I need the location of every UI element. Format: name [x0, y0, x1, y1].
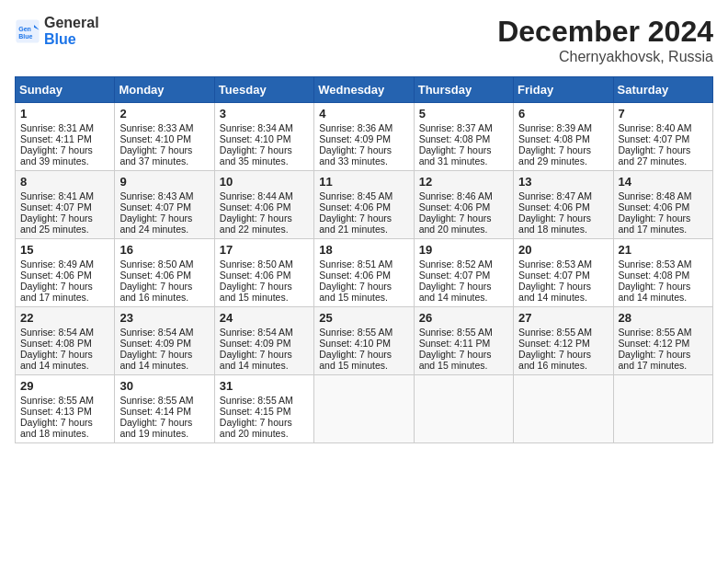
calendar-cell: 26Sunrise: 8:55 AMSunset: 4:11 PMDayligh… — [414, 307, 513, 375]
header-row: SundayMondayTuesdayWednesdayThursdayFrid… — [16, 77, 713, 103]
day-info-line: Daylight: 7 hours — [319, 213, 408, 224]
day-info-line: Sunset: 4:06 PM — [220, 201, 309, 213]
col-header-tuesday: Tuesday — [214, 77, 313, 103]
day-info-line: Sunset: 4:10 PM — [319, 338, 408, 349]
day-info-line: Daylight: 7 hours — [20, 144, 109, 155]
day-info-line: Daylight: 7 hours — [20, 349, 109, 360]
day-number: 22 — [20, 311, 109, 325]
day-info-line: Sunrise: 8:41 AM — [20, 190, 109, 201]
calendar-week-2: 8Sunrise: 8:41 AMSunset: 4:07 PMDaylight… — [16, 171, 713, 239]
day-number: 18 — [319, 243, 408, 257]
day-info-line: Daylight: 7 hours — [20, 213, 109, 224]
calendar-week-5: 29Sunrise: 8:55 AMSunset: 4:13 PMDayligh… — [16, 375, 713, 443]
day-number: 14 — [619, 175, 708, 189]
calendar-week-3: 15Sunrise: 8:49 AMSunset: 4:06 PMDayligh… — [16, 239, 713, 307]
day-info-line: Daylight: 7 hours — [20, 281, 109, 292]
calendar-cell — [314, 375, 414, 443]
calendar-cell: 11Sunrise: 8:45 AMSunset: 4:06 PMDayligh… — [314, 171, 414, 239]
day-info-line: Sunrise: 8:40 AM — [619, 122, 708, 133]
day-info-line: Daylight: 7 hours — [518, 349, 608, 360]
calendar-cell: 15Sunrise: 8:49 AMSunset: 4:06 PMDayligh… — [16, 239, 115, 307]
day-info-line: Sunrise: 8:37 AM — [419, 122, 508, 133]
col-header-wednesday: Wednesday — [314, 77, 414, 103]
day-info-line: Sunrise: 8:55 AM — [518, 327, 608, 338]
day-info-line: Sunrise: 8:53 AM — [518, 259, 608, 270]
calendar-cell: 17Sunrise: 8:50 AMSunset: 4:06 PMDayligh… — [214, 239, 313, 307]
day-info-line: Daylight: 7 hours — [619, 281, 708, 292]
day-number: 16 — [119, 243, 209, 257]
title-area: December 2024 Chernyakhovsk, Russia — [497, 15, 713, 65]
day-info-line: Sunrise: 8:51 AM — [319, 259, 408, 270]
calendar-cell: 6Sunrise: 8:39 AMSunset: 4:08 PMDaylight… — [514, 103, 613, 171]
day-info-line: Sunset: 4:12 PM — [619, 338, 708, 349]
calendar-cell: 2Sunrise: 8:33 AMSunset: 4:10 PMDaylight… — [115, 103, 214, 171]
day-info-line: Sunset: 4:07 PM — [518, 270, 608, 281]
day-info-line: and 14 minutes. — [619, 292, 708, 303]
day-info-line: Sunset: 4:07 PM — [619, 133, 708, 144]
calendar-cell: 22Sunrise: 8:54 AMSunset: 4:08 PMDayligh… — [16, 307, 115, 375]
calendar-cell: 8Sunrise: 8:41 AMSunset: 4:07 PMDaylight… — [16, 171, 115, 239]
day-info-line: Daylight: 7 hours — [619, 144, 708, 155]
calendar-cell: 16Sunrise: 8:50 AMSunset: 4:06 PMDayligh… — [115, 239, 214, 307]
day-info-line: Sunset: 4:08 PM — [419, 133, 508, 144]
day-info-line: Sunrise: 8:54 AM — [20, 327, 109, 338]
day-info-line: Sunset: 4:11 PM — [20, 133, 109, 144]
location-title: Chernyakhovsk, Russia — [497, 49, 713, 65]
day-info-line: and 15 minutes. — [319, 292, 408, 303]
day-info-line: and 24 minutes. — [119, 224, 209, 235]
day-info-line: and 14 minutes. — [20, 360, 109, 371]
day-info-line: and 39 minutes. — [20, 155, 109, 167]
calendar-cell: 13Sunrise: 8:47 AMSunset: 4:06 PMDayligh… — [514, 171, 613, 239]
day-info-line: Sunset: 4:07 PM — [119, 201, 209, 213]
day-info-line: Daylight: 7 hours — [220, 349, 309, 360]
col-header-sunday: Sunday — [16, 77, 115, 103]
day-info-line: and 22 minutes. — [220, 224, 309, 235]
calendar-cell: 7Sunrise: 8:40 AMSunset: 4:07 PMDaylight… — [613, 103, 712, 171]
day-info-line: and 17 minutes. — [20, 292, 109, 303]
col-header-friday: Friday — [514, 77, 613, 103]
day-info-line: Sunset: 4:09 PM — [119, 338, 209, 349]
day-info-line: Daylight: 7 hours — [518, 144, 608, 155]
day-info-line: Daylight: 7 hours — [419, 213, 508, 224]
day-info-line: Daylight: 7 hours — [419, 349, 508, 360]
day-info-line: Sunrise: 8:39 AM — [518, 122, 608, 133]
day-info-line: Sunset: 4:08 PM — [518, 133, 608, 144]
day-info-line: and 14 minutes. — [220, 360, 309, 371]
day-info-line: Sunrise: 8:55 AM — [220, 395, 309, 406]
day-info-line: Sunrise: 8:47 AM — [518, 190, 608, 201]
calendar-cell: 1Sunrise: 8:31 AMSunset: 4:11 PMDaylight… — [16, 103, 115, 171]
day-info-line: and 15 minutes. — [319, 360, 408, 371]
day-number: 19 — [419, 243, 508, 257]
day-info-line: Daylight: 7 hours — [20, 417, 109, 428]
day-info-line: Sunset: 4:06 PM — [119, 270, 209, 281]
day-info-line: Sunrise: 8:48 AM — [619, 190, 708, 201]
day-info-line: Daylight: 7 hours — [220, 213, 309, 224]
day-info-line: Daylight: 7 hours — [319, 144, 408, 155]
calendar-table: SundayMondayTuesdayWednesdayThursdayFrid… — [15, 76, 713, 443]
day-info-line: Sunrise: 8:55 AM — [319, 327, 408, 338]
calendar-cell — [514, 375, 613, 443]
day-info-line: Daylight: 7 hours — [619, 349, 708, 360]
calendar-cell: 21Sunrise: 8:53 AMSunset: 4:08 PMDayligh… — [613, 239, 712, 307]
svg-text:Blue: Blue — [18, 33, 32, 40]
calendar-cell: 19Sunrise: 8:52 AMSunset: 4:07 PMDayligh… — [414, 239, 513, 307]
day-number: 24 — [220, 311, 309, 325]
calendar-cell — [613, 375, 712, 443]
calendar-cell: 25Sunrise: 8:55 AMSunset: 4:10 PMDayligh… — [314, 307, 414, 375]
day-info-line: Sunset: 4:06 PM — [518, 201, 608, 213]
day-info-line: Sunset: 4:09 PM — [220, 338, 309, 349]
day-number: 13 — [518, 175, 608, 189]
day-info-line: Sunset: 4:10 PM — [119, 133, 209, 144]
day-number: 26 — [419, 311, 508, 325]
day-info-line: Sunrise: 8:49 AM — [20, 259, 109, 270]
day-number: 1 — [20, 107, 109, 121]
day-info-line: Sunrise: 8:36 AM — [319, 122, 408, 133]
day-info-line: and 14 minutes. — [518, 292, 608, 303]
logo: Gen Blue General Blue — [15, 15, 99, 48]
day-info-line: Sunrise: 8:45 AM — [319, 190, 408, 201]
calendar-cell: 5Sunrise: 8:37 AMSunset: 4:08 PMDaylight… — [414, 103, 513, 171]
day-info-line: Sunrise: 8:50 AM — [119, 259, 209, 270]
day-number: 8 — [20, 175, 109, 189]
logo-icon: Gen Blue — [15, 18, 40, 44]
calendar-week-4: 22Sunrise: 8:54 AMSunset: 4:08 PMDayligh… — [16, 307, 713, 375]
